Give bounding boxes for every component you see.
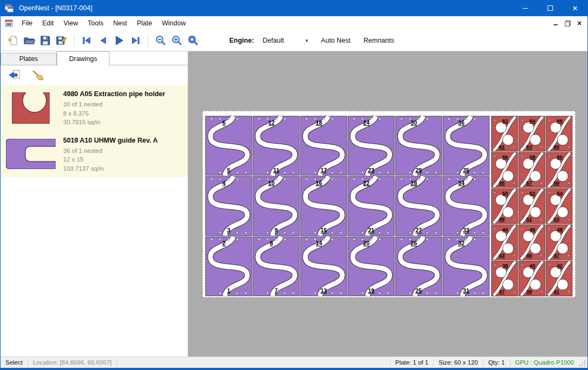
nested-part-pair-purple[interactable]: 1817 — [300, 116, 347, 176]
nested-part-pair-red[interactable]: 5251 — [519, 189, 545, 224]
part-number: 59 — [553, 180, 559, 186]
part-number: 32 — [458, 240, 464, 246]
resize-grip[interactable] — [579, 360, 586, 367]
engine-select[interactable]: Default ▾ — [259, 36, 311, 45]
nested-part-pair-red[interactable]: 6463 — [519, 116, 545, 151]
menu-file[interactable]: File — [17, 18, 37, 29]
nested-part-pair-red[interactable]: 4645 — [519, 225, 545, 260]
clear-button[interactable] — [30, 68, 45, 82]
sidebar-tabs: Plates Drawings — [1, 51, 188, 65]
nested-part-pair-purple[interactable]: 3433 — [443, 177, 489, 236]
nested-part-pair-purple[interactable]: 43 — [206, 177, 252, 236]
part-number: 33 — [463, 227, 469, 233]
last-plate-button[interactable] — [127, 32, 143, 49]
drawing-list: 4980 A05 Extraction pipe holder 30 of 1 … — [1, 85, 188, 356]
nested-part-pair-purple[interactable]: 21 — [206, 237, 252, 296]
back-arrow-icon — [8, 69, 21, 81]
minimize-button[interactable] — [513, 0, 538, 16]
part-number: 16 — [316, 180, 322, 186]
remnants-button[interactable]: Remnants — [360, 35, 398, 46]
part-number: 15 — [320, 227, 327, 233]
part-number: 60 — [557, 154, 563, 160]
nested-part-pair-red[interactable]: 3837 — [491, 261, 518, 296]
nested-part-pair-purple[interactable]: 1211 — [253, 116, 299, 176]
close-button[interactable]: ✕ — [563, 0, 587, 16]
last-arrow-icon — [129, 35, 141, 46]
part-number: 41 — [553, 288, 559, 294]
part-number: 31 — [463, 287, 469, 294]
save-button[interactable] — [37, 32, 53, 49]
menu-window[interactable]: Window — [157, 18, 190, 29]
nested-part-pair-purple[interactable]: 2221 — [348, 177, 394, 236]
open-file-button[interactable] — [21, 32, 37, 49]
zoom-in-button[interactable] — [169, 32, 185, 49]
nested-part-pair-purple[interactable]: 3635 — [443, 116, 489, 176]
zoom-extents-button[interactable] — [185, 32, 201, 49]
part-number: 64 — [530, 118, 536, 124]
engine-label: Engine: — [229, 37, 254, 44]
app-icon — [5, 3, 15, 13]
nested-part-pair-red[interactable]: 4039 — [519, 261, 545, 296]
zoom-out-button[interactable] — [153, 32, 169, 49]
tab-drawings[interactable]: Drawings — [57, 51, 110, 66]
save-icon — [39, 35, 51, 46]
mdi-minimize-button[interactable] — [550, 18, 562, 29]
nested-part-pair-purple[interactable]: 87 — [253, 237, 299, 296]
nested-part-pair-red[interactable]: 5049 — [491, 189, 518, 224]
mdi-close-button[interactable]: ✕ — [573, 18, 585, 29]
nested-part-pair-red[interactable]: 5655 — [491, 152, 518, 187]
part-number: 3 — [227, 227, 230, 233]
menu-edit[interactable]: Edit — [37, 18, 59, 29]
nested-part-pair-purple[interactable]: 2625 — [395, 237, 442, 296]
part-number: 20 — [363, 240, 370, 246]
part-number: 12 — [268, 119, 275, 126]
nested-part-pair-purple[interactable]: 109 — [253, 177, 299, 236]
nested-part-pair-red[interactable]: 6261 — [491, 116, 518, 151]
nested-part-pair-red[interactable]: 6665 — [546, 116, 572, 151]
nested-part-pair-red[interactable]: 5857 — [519, 152, 545, 187]
nest-layout: 6512111817242330293635431091615222128273… — [203, 111, 575, 297]
auto-nest-button[interactable]: Auto Nest — [318, 35, 354, 46]
next-plate-button[interactable] — [111, 32, 127, 49]
nested-part-pair-purple[interactable]: 3231 — [443, 237, 489, 296]
nest-canvas[interactable]: 6512111817242330293635431091615222128273… — [188, 51, 587, 356]
menu-view[interactable]: View — [59, 18, 83, 29]
nested-part-pair-purple[interactable]: 2827 — [395, 177, 442, 236]
nested-part-pair-purple[interactable]: 1413 — [300, 237, 347, 296]
save-as-icon — [56, 35, 67, 46]
save-as-button[interactable] — [53, 32, 70, 49]
part-number: 5 — [227, 167, 230, 173]
nested-part-pair-red[interactable]: 5453 — [546, 189, 572, 224]
first-plate-button[interactable] — [79, 32, 95, 49]
nested-part-pair-red[interactable]: 6059 — [546, 152, 572, 187]
part-number: 57 — [527, 180, 532, 186]
part-number: 19 — [368, 287, 374, 294]
menu-nest[interactable]: Nest — [108, 18, 132, 29]
part-number: 8 — [270, 240, 273, 246]
maximize-button[interactable] — [538, 0, 563, 16]
nested-part-pair-purple[interactable]: 2423 — [348, 116, 394, 176]
plate[interactable]: 6512111817242330293635431091615222128273… — [202, 111, 576, 298]
drawing-info: 4980 A05 Extraction pipe holder 30 of 1 … — [63, 89, 165, 127]
tab-plates[interactable]: Plates — [1, 53, 57, 65]
new-file-button[interactable] — [5, 32, 21, 49]
close-icon: ✕ — [577, 21, 582, 26]
nested-part-pair-purple[interactable]: 2019 — [348, 237, 394, 296]
nested-part-pair-red[interactable]: 4443 — [491, 225, 518, 260]
nested-part-pair-red[interactable]: 4241 — [546, 261, 572, 296]
engine-value: Default — [263, 37, 284, 44]
title-bar: OpenNest - [N0317-004] ✕ — [1, 0, 587, 16]
send-to-plate-button[interactable] — [7, 68, 22, 82]
previous-plate-button[interactable] — [95, 32, 111, 49]
mdi-restore-button[interactable] — [562, 18, 573, 29]
nested-part-pair-purple[interactable]: 65 — [206, 116, 252, 176]
drawing-item[interactable]: 5019 A10 UHMW guide Rev. A 36 of 1 neste… — [1, 131, 188, 178]
nested-part-pair-red[interactable]: 4847 — [546, 225, 572, 260]
drawing-item[interactable]: 4980 A05 Extraction pipe holder 30 of 1 … — [1, 85, 188, 131]
status-gpu: GPU : Quadro P1000 — [510, 359, 579, 366]
menu-plate[interactable]: Plate — [132, 18, 157, 29]
nested-part-pair-purple[interactable]: 3029 — [395, 116, 442, 176]
menu-tools[interactable]: Tools — [83, 18, 108, 29]
nested-part-pair-purple[interactable]: 1615 — [300, 177, 347, 236]
document-icon — [5, 19, 15, 28]
